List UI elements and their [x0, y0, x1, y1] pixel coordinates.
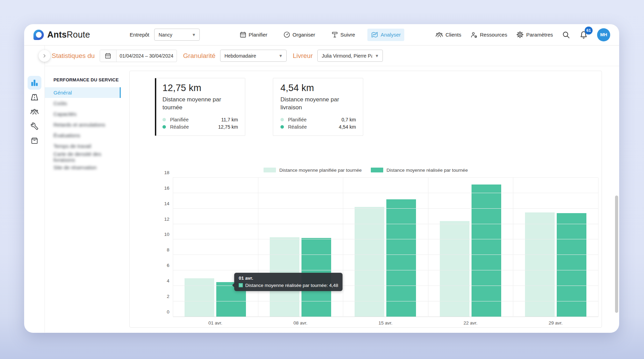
menu-item-2[interactable]: Capacités: [45, 109, 121, 119]
bar-realized-15avr[interactable]: [386, 199, 416, 317]
legend-item-0[interactable]: Distance moyenne planifiée par tournée: [264, 168, 362, 173]
nav-item-planifier[interactable]: Planifier: [236, 29, 271, 41]
nav-item-organiser[interactable]: Organiser: [280, 29, 319, 41]
stat-card-value: 12,75 km: [162, 83, 238, 93]
filter-title: Statistiques du: [52, 52, 95, 60]
notifications-button[interactable]: 61: [579, 30, 588, 39]
nav-item-parametres[interactable]: Paramètres: [516, 31, 553, 39]
legend-swatch-icon: [371, 168, 383, 172]
driver-select[interactable]: Julia Virmond, Pierre Pat... ▼: [317, 50, 383, 62]
calendar-icon[interactable]: [100, 50, 117, 62]
nav-item-label: Paramètres: [526, 32, 553, 38]
stat-card-row: Réalisée12,75 km: [162, 123, 238, 131]
legend-item-1[interactable]: Distance moyenne réalisée par tournée: [371, 168, 468, 173]
x-axis-label: 22 avr.: [428, 320, 513, 326]
stat-card-row: Planifiée11,7 km: [162, 116, 238, 123]
gridline-vertical: [258, 178, 258, 317]
tooltip-text: Distance moyenne réalisée par tournée: 4…: [245, 283, 338, 288]
app-window: AntsRoute Entrepôt Nancy ▼ PlanifierOrga…: [24, 24, 619, 333]
nav-item-label: Planifier: [249, 32, 267, 38]
stat-row-name: Planifiée: [288, 117, 307, 122]
driver-select-value: Julia Virmond, Pierre Pat...: [322, 53, 372, 59]
stat-row-name: Réalisée: [170, 124, 189, 130]
nav-item-ressources[interactable]: Ressources: [470, 31, 507, 39]
granularity-select[interactable]: Hebdomadaire ▼: [220, 50, 287, 62]
stat-card-value: 4,54 km: [280, 83, 356, 93]
series-dot-icon: [280, 118, 284, 121]
primary-nav: PlanifierOrganiserSuivreAnalyser: [236, 29, 404, 41]
y-axis-tick: 0: [156, 309, 169, 314]
stat-card-label: Distance moyenne par tournée: [162, 96, 238, 112]
nav-item-clients[interactable]: Clients: [435, 31, 461, 39]
logo-icon: [33, 29, 44, 41]
tooltip-title: 01 avr.: [239, 276, 338, 281]
nav-item-analyser[interactable]: Analyser: [367, 29, 404, 41]
date-range-picker[interactable]: 01/04/2024 – 30/04/2024: [100, 50, 177, 62]
rail-tools-tab[interactable]: [28, 119, 41, 133]
road-icon: [30, 93, 39, 102]
bars-row: [173, 178, 598, 317]
gridline: [173, 301, 598, 301]
y-axis-tick: 18: [156, 170, 169, 175]
tooltip-series-swatch: [239, 283, 243, 287]
bar-realized-22avr[interactable]: [472, 185, 501, 317]
series-dot-icon: [280, 125, 284, 129]
vertical-scrollbar[interactable]: [615, 196, 618, 313]
stat-row-value: 12,75 km: [218, 124, 238, 130]
app-logo[interactable]: AntsRoute: [33, 29, 90, 41]
bar-group-15avr: [343, 178, 428, 317]
stat-row-name: Réalisée: [288, 124, 307, 130]
legend-label: Distance moyenne planifiée par tournée: [279, 168, 362, 173]
granularity-label: Granularité: [183, 52, 216, 60]
menu-item-6[interactable]: Carte de densité des livraisons: [45, 151, 121, 162]
avatar[interactable]: MH: [597, 28, 610, 41]
rail-team-tab[interactable]: [28, 105, 41, 119]
collapse-panel-button[interactable]: [39, 50, 50, 62]
y-axis-tick: 10: [156, 232, 169, 237]
x-axis-label: 15 avr.: [343, 320, 428, 326]
series-dot-icon: [162, 118, 166, 121]
y-axis-tick: 4: [156, 278, 169, 283]
menu-item-3[interactable]: Retards et annulations: [45, 119, 121, 130]
nav-item-label: Clients: [445, 32, 461, 38]
gridline: [173, 224, 598, 224]
filter-bar: Statistiques du 01/04/2024 – 30/04/2024 …: [45, 46, 619, 66]
menu-item-7[interactable]: Site de réservation: [45, 162, 121, 173]
people-group-icon: [435, 31, 443, 39]
y-axis-tick: 2: [156, 294, 169, 299]
icon-rail: [24, 46, 45, 332]
menu-item-general[interactable]: Général: [45, 87, 121, 98]
gridline: [173, 177, 598, 178]
x-axis-label: 01 avr.: [173, 320, 258, 326]
nav-item-suivre[interactable]: Suivre: [328, 29, 359, 41]
menu-item-1[interactable]: Coûts: [45, 98, 121, 109]
nav-item-label: Ressources: [480, 32, 507, 38]
calendar-icon: [239, 31, 247, 38]
y-axis-tick: 16: [156, 185, 169, 190]
bar-planned-01avr[interactable]: [185, 278, 214, 317]
rail-orders-tab[interactable]: [28, 134, 41, 148]
gauge-icon: [283, 31, 290, 38]
rail-statistics-tab[interactable]: [28, 76, 41, 90]
rail-routes-tab[interactable]: [28, 90, 41, 104]
series-dot-icon: [162, 125, 166, 129]
gridline-vertical: [173, 178, 173, 317]
menu-item-4[interactable]: Évaluations: [45, 130, 121, 141]
y-axis-tick: 8: [156, 247, 169, 252]
logo-text: AntsRoute: [47, 30, 90, 40]
stat-card-row: Planifiée0,7 km: [280, 116, 356, 123]
menu-item-5[interactable]: Temps de travail: [45, 141, 121, 151]
warehouse-select-value: Nancy: [159, 32, 172, 38]
people-group-icon: [30, 107, 39, 116]
search-button[interactable]: [562, 31, 570, 39]
stat-card-row: Réalisée4,54 km: [280, 123, 356, 131]
warehouse-select[interactable]: Nancy ▼: [154, 29, 200, 41]
nav-item-label: Suivre: [340, 32, 355, 38]
stat-card-1: 4,54 kmDistance moyenne par livraisonPla…: [273, 78, 363, 136]
main-content: 12,75 kmDistance moyenne par tournéePlan…: [121, 66, 619, 332]
chart-x-axis: 01 avr.08 avr.15 avr.22 avr.29 avr.: [173, 320, 598, 326]
bar-planned-22avr[interactable]: [440, 221, 469, 317]
wrench-icon: [30, 122, 39, 130]
y-axis-tick: 14: [156, 201, 169, 206]
stat-row-value: 11,7 km: [221, 117, 238, 122]
